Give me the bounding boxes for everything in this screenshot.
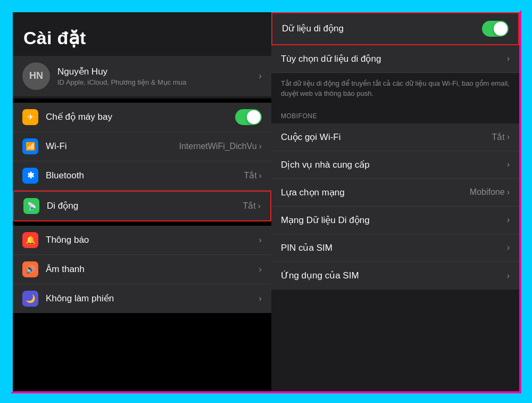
avatar: HN bbox=[22, 62, 50, 90]
wifi-calling-item[interactable]: Cuộc gọi Wi-Fi Tắt › bbox=[271, 124, 519, 151]
bluetooth-item[interactable]: ✱ Bluetooth Tắt › bbox=[13, 161, 271, 191]
sound-icon: 🔊 bbox=[26, 265, 36, 274]
profile-info: Nguyễn Huy ID Apple, iCloud, Phương tiện… bbox=[57, 66, 259, 86]
airplane-icon: ✈ bbox=[27, 112, 34, 122]
right-bottom-spacer bbox=[271, 290, 519, 391]
dnd-label: Không làm phiền bbox=[46, 293, 259, 304]
sim-apps-item[interactable]: Ứng dụng của SIM › bbox=[271, 262, 519, 290]
network-selection-item[interactable]: Lựa chọn mạng Mobifone › bbox=[271, 179, 519, 207]
bluetooth-chevron: › bbox=[259, 171, 262, 180]
wifi-value: InternetWiFi_DichVu bbox=[179, 142, 256, 151]
info-text-content: Tắt dữ liệu di động để truyền tắt cả các… bbox=[281, 78, 510, 99]
notifications-icon: 🔔 bbox=[26, 235, 36, 245]
title-section: Cài đặt bbox=[13, 12, 271, 54]
mobile-data-item[interactable]: 📡 Di động Tắt › bbox=[13, 191, 271, 221]
wifi-calling-label: Cuộc gọi Wi-Fi bbox=[281, 131, 492, 143]
mobile-data-options-chevron: › bbox=[507, 54, 510, 63]
sim-pin-label: PIN của SIM bbox=[281, 242, 507, 253]
connectivity-group: ✈ Chế độ máy bay 📶 Wi-Fi InternetWiFi_Di… bbox=[13, 103, 271, 221]
profile-chevron: › bbox=[259, 71, 262, 81]
sound-item[interactable]: 🔊 Âm thanh › bbox=[13, 255, 271, 284]
notifications-chevron: › bbox=[259, 235, 262, 245]
mobile-network-label: Mạng Dữ liệu Di động bbox=[281, 215, 507, 226]
wifi-chevron: › bbox=[259, 142, 262, 151]
mobile-icon: 📡 bbox=[27, 202, 36, 210]
mobile-icon-box: 📡 bbox=[23, 198, 39, 214]
network-selection-label: Lựa chọn mạng bbox=[281, 187, 470, 198]
bluetooth-value: Tắt bbox=[244, 170, 256, 180]
mobifone-header: MOBIFONE bbox=[271, 106, 519, 124]
mobile-data-toggle-thumb bbox=[494, 22, 508, 36]
mobile-data-toggle[interactable] bbox=[482, 21, 509, 37]
wifi-calling-chevron: › bbox=[507, 132, 510, 142]
mobile-label: Di động bbox=[47, 200, 243, 211]
wifi-icon: 📶 bbox=[26, 142, 36, 151]
section-gap-1 bbox=[13, 98, 271, 103]
mobifone-label: MOBIFONE bbox=[281, 112, 317, 120]
sim-pin-chevron: › bbox=[507, 243, 510, 252]
wifi-label: Wi-Fi bbox=[46, 141, 179, 152]
airplane-label: Chế độ máy bay bbox=[46, 111, 235, 122]
mobile-chevron: › bbox=[258, 201, 261, 211]
notifications-label: Thông báo bbox=[46, 235, 259, 245]
sim-apps-label: Ứng dụng của SIM bbox=[281, 270, 507, 281]
bluetooth-icon: ✱ bbox=[27, 170, 34, 180]
wifi-item[interactable]: 📶 Wi-Fi InternetWiFi_DichVu › bbox=[13, 132, 271, 161]
phone-frame: Cài đặt HN Nguyễn Huy ID Apple, iCloud, … bbox=[11, 10, 521, 393]
right-panel: Dữ liệu di động Tùy chọn dữ liệu di động… bbox=[271, 12, 519, 391]
mobile-data-label: Dữ liệu di động bbox=[282, 23, 482, 34]
section-gap-2 bbox=[13, 221, 271, 226]
mobile-data-options-item[interactable]: Tùy chọn dữ liệu di động › bbox=[271, 45, 519, 73]
airplane-mode-item[interactable]: ✈ Chế độ máy bay bbox=[13, 103, 271, 132]
bluetooth-label: Bluetooth bbox=[46, 170, 244, 181]
network-selection-value: Mobifone bbox=[470, 187, 505, 197]
left-bottom-spacer bbox=[13, 313, 271, 391]
mobile-network-item[interactable]: Mạng Dữ liệu Di động › bbox=[271, 207, 519, 234]
provider-service-label: Dịch vụ nhà cung cấp bbox=[281, 159, 507, 170]
provider-service-item[interactable]: Dịch vụ nhà cung cấp › bbox=[271, 151, 519, 179]
airplane-toggle[interactable] bbox=[235, 109, 262, 125]
mobile-data-toggle-item[interactable]: Dữ liệu di động bbox=[271, 12, 519, 45]
notifications-icon-box: 🔔 bbox=[22, 232, 38, 248]
mobifone-group: Cuộc gọi Wi-Fi Tắt › Dịch vụ nhà cung cấ… bbox=[271, 124, 519, 290]
profile-name: Nguyễn Huy bbox=[57, 66, 259, 77]
left-panel: Cài đặt HN Nguyễn Huy ID Apple, iCloud, … bbox=[13, 12, 271, 391]
mobile-network-chevron: › bbox=[507, 215, 510, 225]
dnd-item[interactable]: 🌙 Không làm phiền › bbox=[13, 284, 271, 313]
notifications-group: 🔔 Thông báo › 🔊 Âm thanh › 🌙 Không làm p… bbox=[13, 226, 271, 313]
wifi-calling-value: Tắt bbox=[492, 132, 504, 142]
profile-section[interactable]: HN Nguyễn Huy ID Apple, iCloud, Phương t… bbox=[13, 56, 271, 96]
profile-subtitle: ID Apple, iCloud, Phương tiện & Mục mua bbox=[57, 78, 259, 86]
app-title: Cài đặt bbox=[23, 27, 261, 48]
sim-pin-item[interactable]: PIN của SIM › bbox=[271, 234, 519, 262]
provider-service-chevron: › bbox=[507, 160, 510, 169]
sound-icon-box: 🔊 bbox=[22, 261, 38, 277]
airplane-icon-box: ✈ bbox=[22, 109, 38, 125]
dnd-chevron: › bbox=[259, 294, 262, 303]
sound-chevron: › bbox=[259, 265, 262, 274]
airplane-toggle-thumb bbox=[247, 110, 261, 124]
wifi-icon-box: 📶 bbox=[22, 138, 38, 154]
bluetooth-icon-box: ✱ bbox=[22, 168, 38, 184]
mobile-value: Tắt bbox=[243, 201, 255, 211]
mobile-data-options-label: Tùy chọn dữ liệu di động bbox=[281, 53, 507, 64]
sim-apps-chevron: › bbox=[507, 271, 510, 281]
dnd-icon: 🌙 bbox=[26, 294, 36, 303]
info-text-block: Tắt dữ liệu di động để truyền tắt cả các… bbox=[271, 73, 519, 106]
network-selection-chevron: › bbox=[507, 187, 510, 197]
dnd-icon-box: 🌙 bbox=[22, 291, 38, 307]
notifications-item[interactable]: 🔔 Thông báo › bbox=[13, 226, 271, 255]
sound-label: Âm thanh bbox=[46, 264, 259, 275]
